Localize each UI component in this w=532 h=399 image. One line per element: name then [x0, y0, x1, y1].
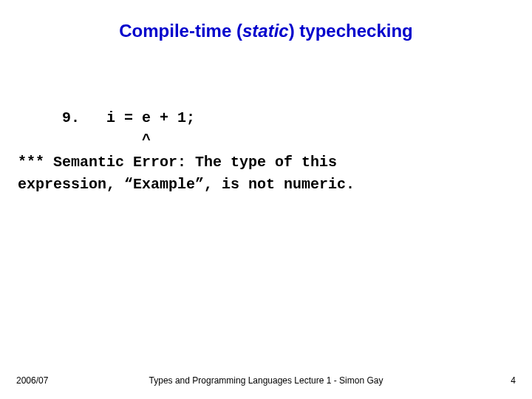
title-italic: static: [242, 21, 289, 41]
code-block: 9. i = e + 1; ^ *** Semantic Error: The …: [18, 107, 355, 196]
title-prefix: Compile-time (: [119, 21, 242, 41]
footer-course: Types and Programming Languages Lecture …: [0, 375, 532, 386]
page-number: 4: [511, 375, 516, 386]
code-line-4: expression, “Example”, is not numeric.: [18, 176, 355, 193]
code-line-3: *** Semantic Error: The type of this: [18, 154, 337, 171]
slide-title: Compile-time (static) typechecking: [0, 0, 532, 41]
code-line-2: ^: [18, 132, 151, 149]
title-suffix: ) typechecking: [289, 21, 413, 41]
code-line-1: 9. i = e + 1;: [18, 109, 195, 126]
